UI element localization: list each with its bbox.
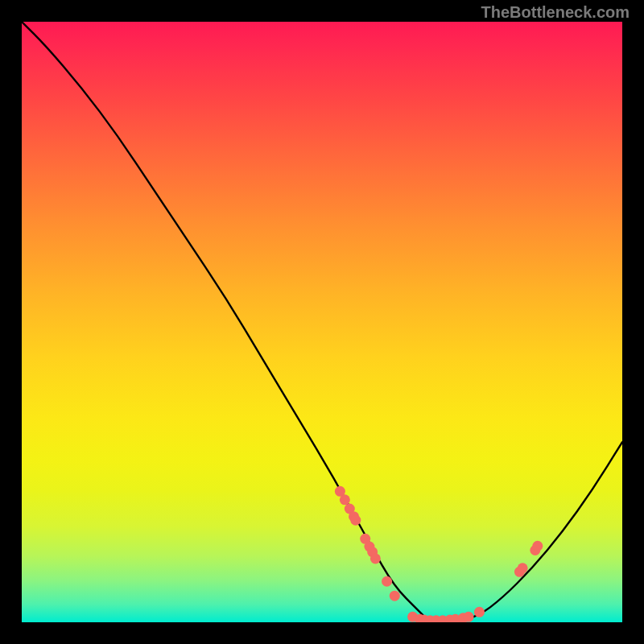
data-marker	[350, 515, 361, 526]
data-marker	[532, 541, 543, 551]
chart-svg	[22, 22, 622, 622]
attribution-text: TheBottleneck.com	[481, 3, 630, 22]
data-marker	[382, 576, 392, 587]
data-marker	[390, 591, 400, 601]
chart-plot-area	[22, 22, 622, 622]
data-marker	[340, 494, 350, 505]
data-marker	[474, 607, 485, 617]
data-marker	[464, 612, 474, 622]
data-marker	[370, 553, 381, 564]
chart-markers	[335, 486, 543, 622]
chart-curve	[22, 22, 622, 622]
data-marker	[518, 563, 528, 573]
